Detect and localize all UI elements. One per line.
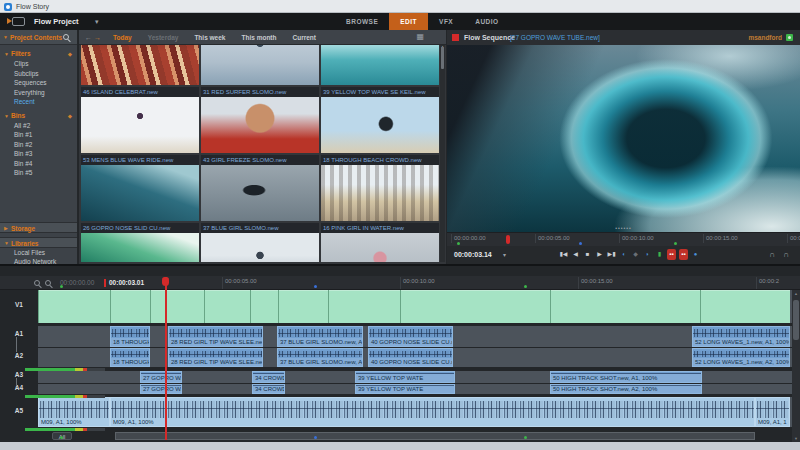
marker-dot [314,436,317,439]
timeline-clip[interactable]: 50 HIGH TRACK SHOT.new, A2, 100% [550,384,702,394]
marker-dot [60,436,63,439]
timeline-clip[interactable]: 28 RED GIRL TIP WAVE S [204,290,250,323]
clip-label: 28 RED GIRL TIP WAVE SLEE.new, A1 [169,338,262,346]
timeline-clip[interactable]: 40 GOPRO NOSE SLIDE CU.new, 100% [400,290,550,323]
clip-label: 18 THROUGH B [111,358,149,366]
timeline-tracks: V116 PINK GIRL IN WATER, 10018 THROUGH B… [0,0,800,450]
clip-label: 18 THROUGH B [111,338,149,346]
audio-meter [25,395,105,398]
clip-label: 37 BLUE GIRL SLOMO.new, A1, 100 [278,338,362,346]
scrollbar-thumb[interactable] [793,300,799,340]
track-a3: 27 GOPRO WAVE34 CROWD39 YELLOW TOP WATE5… [38,371,792,383]
timeline-clip[interactable]: 39 YELLOW TOP WATE [355,384,455,394]
track-pair-line [16,378,17,386]
track-pair-line [16,337,17,352]
timeline-clip[interactable]: 40 GOPRO NOSE SLIDE CU.new, A2, 100% [368,348,453,367]
timeline-minimap[interactable] [115,432,755,440]
clip-label: M09, A1, 1 [758,418,789,426]
clip-label: 39 YELLOW TOP WATE [356,385,454,393]
clip-label: 27 GOPRO WAVE [141,385,181,393]
clip-label: M09, A1, 100% [41,418,109,426]
timeline-clip[interactable]: 34 CROWD [252,371,285,383]
timeline-bottom: All [0,431,800,442]
clip-label: 39 YELLOW TOP WATE [356,374,454,382]
track-a2: 18 THROUGH B28 RED GIRL TIP WAVE SLEE.ne… [38,348,792,367]
marker-dot [524,436,527,439]
track-v1: 16 PINK GIRL IN WATER, 10018 THROUGH B27… [38,290,792,323]
track-header-a3[interactable]: A3 [0,371,38,378]
clip-label: 27 GOPRO WAVE [141,374,181,382]
clip-label: 50 HIGH TRACK SHOT.new, A2, 100% [551,385,701,393]
track-header-a4[interactable]: A4 [0,384,38,391]
track-header-v1[interactable]: V1 [0,301,38,308]
timeline-clip[interactable]: 40 GOPRO NOSE SLIDE CU.new, A1, 100% [368,326,453,347]
timeline-clip[interactable]: 52 LONG WAVES_1.new, A2, 100% [692,348,790,367]
scroll-up-icon[interactable]: ▲ [792,291,800,296]
timeline-clip[interactable]: M09, A1, 100% [38,397,110,427]
clip-label: 40 GOPRO NOSE SLIDE CU.new, A2, 100% [369,358,452,366]
timeline-clip[interactable]: 52 LONG WAVES_1.new, A1, 100% [692,326,790,347]
timeline-clip[interactable]: 50 HIGH TRACK SHOT.new, 100% [550,290,700,323]
timeline-clip[interactable]: 28 RED GIRL TIP WAVE SLEE.new, A2 [168,348,263,367]
playhead[interactable] [165,277,167,440]
app-window: Flow Story Flow Project ▾ BROWSEEDITVFXA… [0,0,800,450]
clip-label: M09, A1, 100% [113,418,754,426]
track-a1: 18 THROUGH B28 RED GIRL TIP WAVE SLEE.ne… [38,326,792,347]
clip-label: 50 HIGH TRACK SHOT.new, A1, 100% [551,374,701,382]
clip-label: 34 CROWD [253,385,284,393]
timeline-clip[interactable]: 18 THROUGH B [110,348,150,367]
timeline-clip[interactable]: 27 GOPRO WAVE [140,384,182,394]
timeline-clip[interactable]: 50 HIGH TRACK SHOT.new, A1, 100% [550,371,702,383]
timeline-clip[interactable]: 37 BLUE GIRL SLOMO.new, A2, 100 [277,348,363,367]
timeline-clip[interactable]: 37 BLUE GIRL SLOMO.new, A1, 100 [277,326,363,347]
track-header-a2[interactable]: A2 [0,352,38,359]
timeline-clip[interactable]: 16 PINK GIRL IN WATER, 100 [38,290,110,323]
timeline-clip[interactable]: 37 BLUE GIRL SLOMO.new [278,290,328,323]
timeline-clip[interactable]: 27 GOPRO WAVE T [150,290,204,323]
timeline-clip[interactable]: 18 THROUGH B [110,290,150,323]
timeline-clip[interactable]: 28 RED GIRL TIP WAVE SLEE.new, A1 [168,326,263,347]
track-a4: 27 GOPRO WAVE34 CROWD39 YELLOW TOP WATE5… [38,384,792,394]
clip-label: 52 LONG WAVES_1.new, A1, 100% [693,338,789,346]
clip-label: 34 CROWD [253,374,284,382]
timeline-clip[interactable]: 39 YELLOW TOP WATE [355,371,455,383]
timeline-clip[interactable]: 34 CROWD [252,384,285,394]
clip-label: 28 RED GIRL TIP WAVE SLEE.new, A2 [169,358,262,366]
timeline-clip[interactable]: M09, A1, 100% [110,397,755,427]
audio-meter [25,368,105,371]
timeline-clip[interactable]: 18 THROUGH B [110,326,150,347]
scroll-down-icon[interactable]: ▼ [792,436,800,441]
taskbar-strip [0,442,800,450]
track-header-a5[interactable]: A5 [0,407,38,414]
track-a5: M09, A1, 100%M09, A1, 100%M09, A1, 1 [38,397,792,427]
timeline-clip[interactable]: 34 CROWD CE [250,290,278,323]
clip-label: 40 GOPRO NOSE SLIDE CU.new, A1, 100% [369,338,452,346]
timeline-clip[interactable]: 51 MENS RED BOARD FRONT.ne [700,290,790,323]
clip-label: 52 LONG WAVES_1.new, A2, 100% [693,358,789,366]
timeline-clip[interactable]: M09, A1, 1 [755,397,790,427]
timeline-clip[interactable]: 27 GOPRO WAVE [140,371,182,383]
clip-label: 37 BLUE GIRL SLOMO.new, A2, 100 [278,358,362,366]
timeline-scrollbar[interactable]: ▲ ▼ [792,290,800,442]
timeline-clip[interactable]: 39 YELLOW TOP W [328,290,400,323]
track-header-a1[interactable]: A1 [0,330,38,337]
playhead-pin[interactable] [162,277,169,286]
